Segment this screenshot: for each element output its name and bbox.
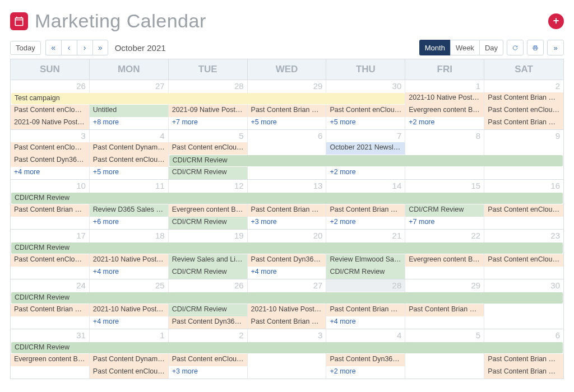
more-link[interactable]: +3 more — [248, 217, 327, 229]
date-cell[interactable]: 22 — [405, 230, 484, 242]
more-link[interactable]: +5 more — [326, 117, 405, 129]
calendar-event[interactable]: Past Content Brian Be... — [405, 304, 484, 316]
calendar-event[interactable]: CDI/CRM Review — [169, 167, 248, 179]
calendar-event[interactable]: Evergreen content Bri... — [169, 204, 248, 217]
calendar-event[interactable]: Evergreen content Bri... — [405, 105, 484, 117]
date-cell[interactable]: 23 — [484, 230, 563, 242]
date-cell[interactable]: 5 — [169, 130, 248, 142]
date-cell[interactable]: 24 — [11, 279, 90, 292]
date-cell[interactable]: 6 — [248, 130, 327, 142]
more-link[interactable]: +2 more — [326, 217, 405, 229]
date-cell[interactable]: 18 — [90, 230, 169, 242]
calendar-event[interactable]: Past Content enCloud... — [484, 105, 563, 117]
calendar-event[interactable]: Past Content enCloud... — [90, 155, 169, 167]
date-cell[interactable]: 2 — [169, 329, 248, 342]
calendar-event[interactable]: Review D365 Sales H... — [90, 204, 169, 217]
date-cell[interactable]: 27 — [90, 80, 169, 92]
calendar-event[interactable]: Past Content Brian Be... — [484, 92, 563, 105]
calendar-event-span[interactable]: CDI/CRM Review — [11, 193, 563, 204]
date-cell[interactable]: 14 — [326, 180, 405, 192]
date-cell[interactable]: 2 — [484, 80, 563, 92]
calendar-event[interactable]: Past Content enCloud... — [11, 142, 90, 155]
calendar-event[interactable]: Past Content Dynamic... — [90, 142, 169, 155]
more-link[interactable]: +2 more — [326, 366, 405, 379]
date-cell[interactable]: 4 — [326, 329, 405, 342]
expand-icon[interactable]: » — [547, 40, 564, 55]
calendar-event[interactable]: 2021-10 Native Posts ... — [90, 304, 169, 316]
calendar-event-span[interactable]: CDI/CRM Review — [11, 292, 563, 304]
calendar-event[interactable]: Past Content Brian Be... — [326, 204, 405, 217]
calendar-event[interactable]: Past Content Brian Be... — [11, 204, 90, 217]
date-cell[interactable]: 12 — [169, 180, 248, 192]
more-link[interactable]: +2 more — [405, 117, 484, 129]
nav-first-icon[interactable]: « — [45, 40, 61, 55]
calendar-event[interactable]: Past Content enCloud... — [169, 354, 248, 366]
calendar-event[interactable]: 2021-10 Native Posts ... — [248, 304, 327, 316]
calendar-event[interactable]: Past Content Brian Be... — [248, 316, 327, 329]
calendar-event[interactable]: Untitled — [90, 105, 169, 117]
date-cell[interactable]: 29 — [248, 80, 327, 92]
calendar-event-span[interactable]: CDI/CRM Review — [11, 342, 563, 353]
calendar-event[interactable]: 2021-09 Native Posts ... — [11, 117, 90, 129]
view-month-button[interactable]: Month — [419, 40, 450, 55]
calendar-event[interactable]: Past Content enCloud... — [11, 254, 90, 267]
calendar-event[interactable]: Past Content enCloud... — [169, 142, 248, 155]
today-button[interactable]: Today — [10, 41, 41, 55]
date-cell[interactable]: 25 — [90, 279, 169, 292]
calendar-event[interactable]: Evergreen content Bri... — [11, 354, 90, 366]
date-cell[interactable]: 16 — [484, 180, 563, 192]
more-link[interactable]: +6 more — [90, 217, 169, 229]
more-link[interactable]: +4 more — [11, 167, 90, 179]
date-cell[interactable]: 26 — [11, 80, 90, 92]
date-cell[interactable]: 28 — [169, 80, 248, 92]
calendar-event[interactable]: 2021-09 Native Posts ... — [169, 105, 248, 117]
date-cell[interactable]: 17 — [11, 230, 90, 242]
date-cell[interactable]: 1 — [405, 80, 484, 92]
more-link[interactable]: +7 more — [405, 217, 484, 229]
date-cell[interactable]: 15 — [405, 180, 484, 192]
date-cell[interactable]: 3 — [248, 329, 327, 342]
date-cell[interactable]: 6 — [484, 329, 563, 342]
calendar-event[interactable]: Past Content Dyn365... — [248, 254, 327, 267]
calendar-event[interactable]: Past Content Brian Be... — [326, 304, 405, 316]
date-cell[interactable]: 19 — [169, 230, 248, 242]
calendar-event[interactable]: Past Content enCloud... — [326, 105, 405, 117]
more-link[interactable]: +4 more — [326, 316, 405, 329]
date-cell[interactable]: 11 — [90, 180, 169, 192]
date-cell[interactable]: 9 — [484, 130, 563, 142]
calendar-event[interactable]: Past Content Brian Be... — [484, 366, 563, 379]
calendar-event[interactable]: Past Content Brian Be... — [484, 354, 563, 366]
date-cell[interactable]: 20 — [248, 230, 327, 242]
date-cell[interactable]: 10 — [11, 180, 90, 192]
calendar-event[interactable]: Past Content enCloud... — [484, 254, 563, 267]
date-cell[interactable]: 1 — [90, 329, 169, 342]
date-cell[interactable]: 26 — [169, 279, 248, 292]
calendar-event[interactable]: CDI/CRM Review — [169, 217, 248, 229]
calendar-event[interactable]: CDI/CRM Review — [169, 267, 248, 279]
more-link[interactable]: +3 more — [169, 366, 248, 379]
more-link[interactable]: +5 more — [248, 117, 327, 129]
calendar-event[interactable]: Evergreen content Bri... — [405, 254, 484, 267]
calendar-event[interactable]: 2021-10 Native Posts ... — [405, 92, 484, 105]
nav-next-icon[interactable]: › — [77, 40, 92, 55]
date-cell[interactable]: 13 — [248, 180, 327, 192]
calendar-event[interactable]: Past Content Brian Be... — [248, 204, 327, 217]
date-cell[interactable]: 30 — [326, 80, 405, 92]
more-link[interactable]: +4 more — [90, 316, 169, 329]
calendar-event[interactable]: Past Content Dyn365... — [326, 354, 405, 366]
calendar-event-span[interactable]: CDI/CRM Review — [11, 242, 563, 254]
print-icon[interactable] — [527, 40, 544, 55]
add-button[interactable]: + — [548, 13, 564, 29]
calendar-event-span[interactable]: Test campaign — [11, 93, 405, 104]
date-cell[interactable]: 27 — [248, 279, 327, 292]
view-day-button[interactable]: Day — [479, 40, 503, 55]
calendar-event-span[interactable]: CDI/CRM Review — [169, 155, 563, 166]
calendar-event[interactable]: Past Content Brian Be... — [484, 117, 563, 129]
more-link[interactable]: +5 more — [90, 167, 169, 179]
more-link[interactable]: +4 more — [248, 267, 327, 279]
calendar-event[interactable]: Review Elmwood Sale... — [326, 254, 405, 267]
more-link[interactable]: +8 more — [90, 117, 169, 129]
date-cell[interactable]: 31 — [11, 329, 90, 342]
date-cell[interactable]: 28 — [326, 279, 405, 292]
date-cell[interactable]: 8 — [405, 130, 484, 142]
